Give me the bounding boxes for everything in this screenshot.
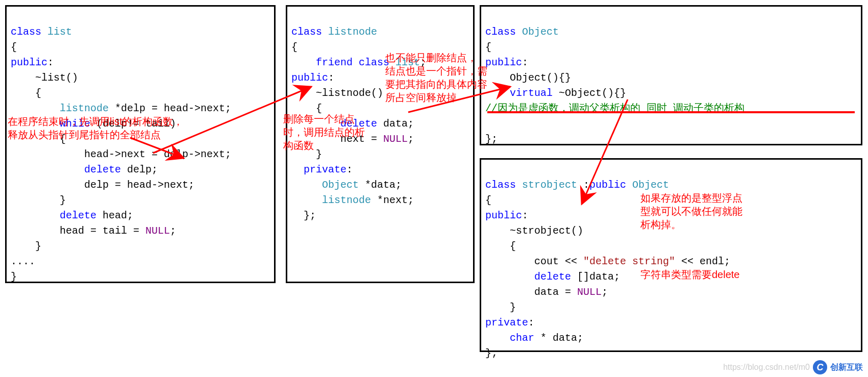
code: head->next = delp->next; — [11, 148, 231, 160]
underline — [487, 111, 855, 113]
kw: public — [485, 57, 522, 68]
code — [485, 87, 510, 99]
annotation-string-delete: 字符串类型需要delete — [640, 268, 740, 281]
typename: Object — [632, 179, 669, 191]
typename: listnode — [60, 103, 109, 114]
code: Object(){} — [485, 72, 571, 84]
code: }; — [485, 347, 498, 359]
string: "delete string" — [583, 256, 675, 267]
kw: delete — [534, 271, 571, 283]
kw: delete — [84, 164, 121, 175]
code: data; — [377, 118, 414, 130]
kw: private — [304, 164, 346, 175]
typename: strobject — [516, 179, 577, 191]
typename: Object — [516, 26, 559, 38]
code: ~listnode() — [291, 87, 383, 99]
code — [11, 103, 60, 114]
code: { — [11, 87, 41, 99]
code-panel-strobject: class strobject :public Object { public:… — [480, 158, 862, 352]
kw: class — [291, 26, 322, 38]
kw: NULL — [145, 225, 170, 237]
kw: delete — [60, 210, 96, 221]
code — [291, 179, 322, 191]
code: head = tail = — [11, 225, 145, 237]
code: : — [522, 57, 528, 68]
code: delp = head->next; — [11, 179, 194, 191]
code: : — [47, 57, 54, 68]
code: : — [528, 317, 534, 329]
code: cout << — [485, 256, 583, 267]
code: : — [346, 164, 353, 175]
code: : — [577, 179, 589, 191]
typename: Object — [322, 179, 359, 191]
code — [11, 210, 60, 221]
code: *data; — [359, 179, 402, 191]
code: ~list() — [11, 72, 78, 84]
code: } — [11, 271, 17, 283]
code: ~Object(){} — [553, 87, 626, 99]
typename: list — [41, 26, 72, 38]
code: { — [291, 41, 297, 53]
code: { — [11, 41, 17, 53]
code: *delp = head->next; — [109, 103, 231, 114]
watermark: https://blog.csdn.net/m0 C 创新互联 — [723, 360, 863, 374]
kw: class — [485, 179, 516, 191]
kw: public — [485, 210, 522, 221]
code: << endl; — [675, 256, 730, 267]
code: } — [11, 240, 41, 252]
code: delp; — [121, 164, 158, 175]
code: []data; — [571, 271, 620, 283]
kw: friend — [316, 57, 353, 68]
annotation-delete-data: 也不能只删除结点， 结点也是一个指针，需 要把其指向的具体内容 所占空间释放掉 — [385, 51, 487, 104]
code — [626, 179, 632, 191]
code: : — [328, 72, 334, 84]
code: }; — [291, 210, 316, 221]
code: { — [485, 240, 516, 252]
code: ~strobject() — [485, 225, 583, 237]
annotation-node-destructor: 删除每一个结点 时，调用结点的析 构函数 — [283, 112, 365, 152]
code — [291, 194, 322, 206]
watermark-logo-icon: C — [813, 360, 827, 374]
typename: listnode — [322, 194, 371, 206]
kw: NULL — [577, 286, 602, 298]
typename: listnode — [322, 26, 377, 38]
code: *next; — [371, 194, 414, 206]
code: data = — [485, 286, 577, 298]
code — [485, 332, 510, 344]
code: ; — [408, 133, 414, 145]
annotation-list-destructor: 在程序结束时，先调用list的析构函数， 释放从头指针到尾指针的全部结点 — [8, 115, 183, 141]
code: .... — [11, 256, 35, 267]
code — [485, 271, 534, 283]
code — [291, 164, 304, 175]
kw: public — [589, 179, 626, 191]
code — [291, 57, 316, 68]
kw: class — [485, 26, 516, 38]
code — [353, 57, 359, 68]
kw: class — [11, 26, 41, 38]
code: { — [485, 194, 491, 206]
watermark-brand: 创新互联 — [830, 362, 863, 373]
code: * data; — [534, 332, 583, 344]
watermark-url: https://blog.csdn.net/m0 — [723, 363, 810, 372]
kw: char — [510, 332, 534, 344]
code: ; — [602, 286, 608, 298]
code-panel-object: class Object { public: Object(){} virtua… — [480, 5, 862, 145]
kw: public — [11, 57, 47, 68]
kw: private — [485, 317, 528, 329]
code: } — [485, 301, 516, 313]
code: ; — [170, 225, 176, 237]
kw: public — [291, 72, 328, 84]
code-panel-list: class list { public: ~list() { listnode … — [5, 5, 276, 283]
code: head; — [96, 210, 133, 221]
annotation-trivial-types: 如果存放的是整型浮点 型就可以不做任何就能 析构掉。 — [640, 191, 742, 231]
code: : — [522, 210, 528, 221]
kw: virtual — [510, 87, 553, 99]
code: } — [11, 194, 66, 206]
kw: NULL — [383, 133, 408, 145]
code: }; — [485, 133, 498, 145]
code — [11, 164, 84, 175]
